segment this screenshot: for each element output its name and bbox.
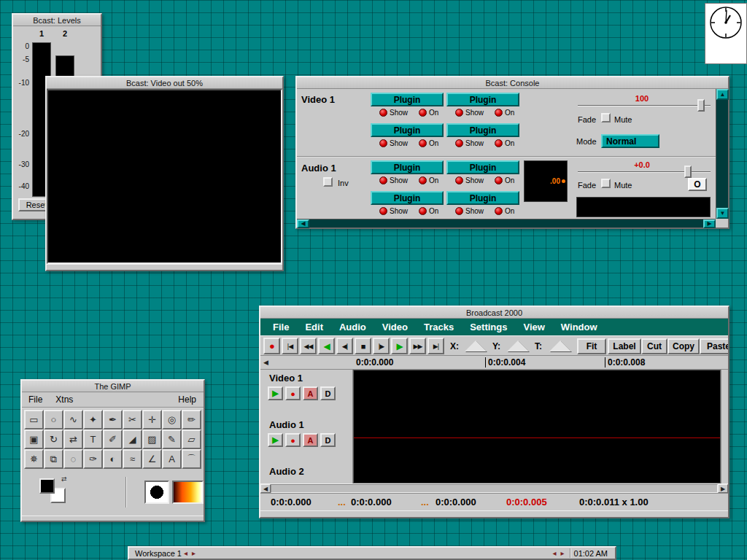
gimp-tool-button[interactable]: ✑: [83, 449, 103, 469]
gimp-tool-button[interactable]: A: [162, 449, 182, 469]
timeline-ruler[interactable]: ◀ 0:0:0.000 0:0:0.004 0:0:0.008: [260, 356, 728, 370]
menu-xtns[interactable]: Xtns: [49, 394, 80, 405]
scroll-left-icon[interactable]: ◀: [297, 219, 309, 228]
transport-button[interactable]: ■: [355, 338, 371, 354]
plugin-button[interactable]: Plugin: [446, 191, 519, 205]
scroll-left-icon[interactable]: ◀: [260, 484, 271, 493]
transport-button[interactable]: ▶|: [427, 338, 444, 354]
resize-handle[interactable]: [22, 516, 204, 521]
out-button[interactable]: O: [688, 178, 707, 191]
gimp-tool-button[interactable]: ◌: [63, 449, 83, 469]
menu-item[interactable]: Window: [553, 322, 605, 332]
brush-preview[interactable]: [144, 481, 169, 504]
show-led[interactable]: [379, 207, 387, 215]
paste-button[interactable]: Paste: [700, 338, 728, 354]
scroll-right-icon[interactable]: ▶: [703, 219, 716, 228]
plugin-button[interactable]: Plugin: [371, 191, 444, 205]
transport-button[interactable]: ◀◀: [300, 338, 317, 354]
show-led[interactable]: [455, 109, 463, 117]
video-fade-handle[interactable]: [697, 99, 705, 112]
scroll-down-icon[interactable]: ▼: [716, 208, 729, 219]
gimp-tool-button[interactable]: ↻: [44, 429, 63, 449]
gimp-tool-button[interactable]: ▨: [142, 429, 162, 449]
t-zoom-slider[interactable]: [549, 341, 571, 351]
timeline-canvas[interactable]: [353, 370, 721, 483]
menu-item[interactable]: Tracks: [416, 322, 462, 332]
transport-button[interactable]: ◀|: [336, 338, 353, 354]
pan-box[interactable]: .00: [524, 160, 568, 202]
ruler-left-arrow-icon[interactable]: ◀: [263, 359, 268, 366]
gimp-tool-button[interactable]: ▭: [24, 410, 44, 429]
gimp-tool-button[interactable]: ◢: [123, 429, 142, 449]
on-led[interactable]: [495, 176, 503, 184]
scroll-left-icon[interactable]: ◂: [550, 549, 558, 557]
plugin-button[interactable]: Plugin: [371, 93, 444, 106]
swap-colors-icon[interactable]: ⇄: [61, 475, 67, 483]
foreground-color-swatch[interactable]: [39, 478, 55, 494]
transport-button[interactable]: ●: [263, 338, 280, 354]
transport-button[interactable]: |▶: [373, 338, 390, 354]
clock-dock[interactable]: [705, 3, 747, 64]
track-play-toggle[interactable]: ▶: [268, 433, 283, 447]
show-led[interactable]: [379, 109, 387, 117]
timeline-vertical-scrollbar[interactable]: [721, 370, 728, 483]
gimp-tool-button[interactable]: ✒: [103, 410, 123, 429]
plugin-button[interactable]: Plugin: [446, 123, 519, 137]
track-record-toggle[interactable]: ●: [285, 386, 301, 400]
transport-button[interactable]: ▶▶: [409, 338, 426, 354]
on-led[interactable]: [495, 207, 503, 215]
gimp-tool-button[interactable]: ⧉: [44, 449, 63, 469]
gimp-tool-button[interactable]: ⇄: [63, 429, 83, 449]
show-led[interactable]: [379, 139, 387, 147]
show-led[interactable]: [379, 176, 387, 184]
on-led[interactable]: [419, 207, 427, 215]
gimp-tool-button[interactable]: ✂: [123, 410, 142, 429]
scroll-up-icon[interactable]: ▲: [716, 89, 729, 100]
color-selector[interactable]: ⇄: [39, 477, 69, 508]
prev-workspace-icon[interactable]: ◂: [182, 549, 190, 557]
plugin-button[interactable]: Plugin: [371, 123, 444, 137]
menu-item[interactable]: Video: [374, 322, 416, 332]
track-auto-toggle[interactable]: A: [303, 386, 318, 400]
on-led[interactable]: [419, 109, 427, 117]
gimp-tool-button[interactable]: T: [83, 429, 103, 449]
track-play-toggle[interactable]: ▶: [268, 386, 283, 400]
label-button[interactable]: Label: [608, 338, 641, 354]
transport-button[interactable]: |◀: [282, 338, 298, 354]
y-zoom-slider[interactable]: [507, 341, 529, 351]
gimp-tool-button[interactable]: ✛: [142, 410, 162, 429]
gimp-tool-button[interactable]: ✐: [103, 429, 123, 449]
transport-button[interactable]: ◀: [318, 338, 335, 354]
menu-file[interactable]: File: [22, 394, 49, 405]
video-mute-checkbox[interactable]: [601, 113, 611, 122]
audio-fade-handle[interactable]: [684, 166, 692, 178]
levels-titlebar[interactable]: Bcast: Levels: [13, 15, 101, 26]
gimp-tool-button[interactable]: ≈: [123, 449, 142, 469]
show-led[interactable]: [455, 207, 463, 215]
next-workspace-icon[interactable]: ▸: [190, 549, 198, 557]
cut-button[interactable]: Cut: [641, 338, 667, 354]
gimp-tool-button[interactable]: ◐: [103, 449, 123, 469]
gimp-tool-button[interactable]: ◎: [162, 410, 182, 429]
menu-help[interactable]: Help: [171, 394, 204, 405]
gimp-tool-button[interactable]: ✏: [182, 410, 201, 429]
console-titlebar[interactable]: Bcast: Console: [297, 77, 728, 89]
track-draw-toggle[interactable]: D: [320, 386, 336, 400]
menu-item[interactable]: Edit: [297, 322, 331, 332]
gradient-preview[interactable]: [172, 481, 204, 504]
resize-handle[interactable]: [260, 510, 728, 517]
show-led[interactable]: [455, 176, 463, 184]
plugin-button[interactable]: Plugin: [446, 160, 519, 174]
gimp-tool-button[interactable]: ∠: [142, 449, 162, 469]
track-record-toggle[interactable]: ●: [285, 433, 301, 447]
video-out-titlebar[interactable]: Bcast: Video out 50%: [47, 77, 282, 89]
transport-button[interactable]: ▶: [391, 338, 408, 354]
on-led[interactable]: [419, 139, 427, 147]
menu-item[interactable]: View: [515, 322, 552, 332]
mode-dropdown[interactable]: Normal: [601, 134, 659, 148]
scroll-right-icon[interactable]: ▸: [558, 549, 566, 557]
show-led[interactable]: [455, 139, 463, 147]
audio-mute-checkbox[interactable]: [601, 179, 611, 188]
on-led[interactable]: [495, 139, 503, 147]
fit-button[interactable]: Fit: [577, 338, 606, 354]
